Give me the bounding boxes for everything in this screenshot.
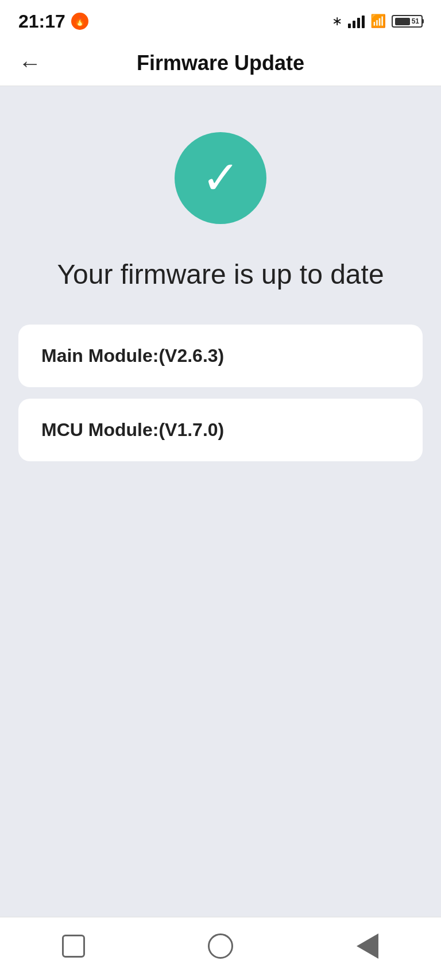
mcu-module-label: MCU Module:(V1.7.0) bbox=[41, 419, 224, 440]
triangle-icon bbox=[357, 933, 378, 959]
page-title: Firmware Update bbox=[137, 51, 304, 75]
success-icon: ✓ bbox=[175, 132, 266, 224]
status-time: 21:17 bbox=[18, 11, 65, 32]
nav-bar: ← Firmware Update bbox=[0, 40, 441, 86]
main-module-label: Main Module:(V2.6.3) bbox=[41, 345, 224, 366]
bluetooth-icon: ∗ bbox=[332, 14, 342, 29]
battery-icon: 51 bbox=[392, 15, 423, 28]
notification-icon: 🔥 bbox=[71, 13, 88, 30]
status-message: Your firmware is up to date bbox=[57, 258, 384, 290]
mcu-module-card: MCU Module:(V1.7.0) bbox=[18, 399, 423, 461]
wifi-icon: 📶 bbox=[370, 14, 386, 29]
main-module-card: Main Module:(V2.6.3) bbox=[18, 325, 423, 387]
checkmark-icon: ✓ bbox=[202, 155, 240, 201]
back-nav-button[interactable] bbox=[350, 929, 385, 963]
recent-apps-button[interactable] bbox=[56, 929, 91, 963]
bottom-nav bbox=[0, 917, 441, 980]
status-icons: ∗ 📶 51 bbox=[332, 14, 423, 29]
main-content: ✓ Your firmware is up to date Main Modul… bbox=[0, 86, 441, 917]
square-icon bbox=[62, 935, 85, 958]
home-button[interactable] bbox=[203, 929, 238, 963]
status-bar: 21:17 🔥 ∗ 📶 51 bbox=[0, 0, 441, 40]
back-button[interactable]: ← bbox=[18, 52, 41, 75]
circle-icon bbox=[208, 933, 233, 959]
signal-bars-icon bbox=[348, 14, 365, 28]
